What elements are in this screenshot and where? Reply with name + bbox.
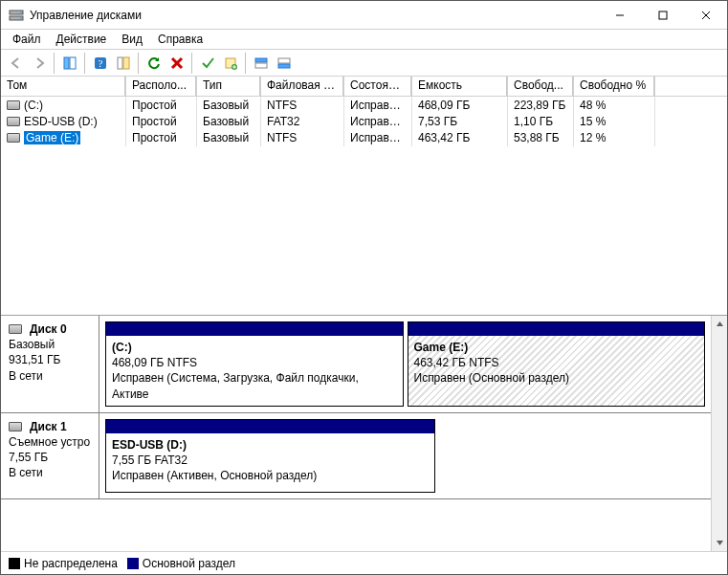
forward-button[interactable] — [28, 53, 50, 74]
app-icon — [9, 8, 24, 23]
disk-label[interactable]: Диск 0Базовый931,51 ГБВ сети — [1, 316, 99, 412]
toolbar: ? — [1, 50, 727, 77]
col-status[interactable]: Состояние — [344, 77, 412, 96]
partitions: (C:)468,09 ГБ NTFSИсправен (Система, Заг… — [99, 316, 711, 412]
volume-row[interactable]: (C:)ПростойБазовыйNTFSИсправен...468,09 … — [1, 97, 727, 113]
legend-unallocated: Не распределена — [9, 557, 118, 570]
show-hide-button[interactable] — [58, 53, 80, 74]
volume-list-header: Том Располо... Тип Файловая с... Состоян… — [1, 77, 727, 97]
partition-bar — [408, 322, 705, 336]
scroll-down-button[interactable] — [712, 535, 727, 551]
col-capacity[interactable]: Емкость — [412, 77, 508, 96]
col-type[interactable]: Тип — [197, 77, 261, 96]
svg-point-2 — [20, 11, 22, 13]
title-bar: Управление дисками — [1, 1, 727, 30]
disk-row: Диск 0Базовый931,51 ГБВ сети(C:)468,09 Г… — [1, 316, 711, 413]
col-layout[interactable]: Располо... — [126, 77, 197, 96]
volume-row[interactable]: ESD-USB (D:)ПростойБазовыйFAT32Исправен.… — [1, 113, 727, 129]
list-bottom-button[interactable] — [273, 53, 295, 74]
svg-rect-20 — [255, 58, 267, 62]
separator — [245, 53, 246, 74]
scroll-up-button[interactable] — [712, 316, 727, 332]
separator — [191, 53, 192, 74]
new-button[interactable] — [219, 53, 241, 74]
partition[interactable]: Game (E:)463,42 ГБ NTFSИсправен (Основно… — [408, 321, 706, 407]
check-button[interactable] — [196, 53, 218, 74]
svg-rect-12 — [118, 57, 122, 69]
partitions: ESD-USB (D:)7,55 ГБ FAT32Исправен (Актив… — [99, 413, 711, 498]
disk-management-window: Управление дисками Файл Действие Вид Спр… — [0, 0, 728, 575]
partition-bar — [106, 420, 434, 433]
delete-button[interactable] — [165, 53, 188, 74]
close-button[interactable] — [684, 1, 727, 29]
help-button[interactable]: ? — [89, 53, 111, 74]
disk-label[interactable]: Диск 1Съемное устро7,55 ГБВ сети — [1, 413, 99, 498]
col-free[interactable]: Свобод... — [508, 77, 574, 96]
menu-file[interactable]: Файл — [5, 31, 49, 48]
vertical-scrollbar[interactable] — [711, 316, 727, 551]
col-freepct[interactable]: Свободно % — [574, 77, 655, 96]
drive-icon — [7, 133, 20, 143]
legend-primary: Основной раздел — [127, 557, 235, 570]
menu-bar: Файл Действие Вид Справка — [1, 30, 727, 50]
swatch-black — [9, 558, 20, 569]
svg-rect-23 — [278, 64, 290, 68]
col-volume[interactable]: Том — [1, 77, 126, 96]
drive-icon — [7, 117, 20, 126]
svg-rect-21 — [255, 63, 267, 68]
menu-view[interactable]: Вид — [114, 31, 150, 48]
partition[interactable]: (C:)468,09 ГБ NTFSИсправен (Система, Заг… — [105, 321, 404, 407]
maximize-button[interactable] — [641, 1, 684, 29]
partition[interactable]: ESD-USB (D:)7,55 ГБ FAT32Исправен (Актив… — [105, 419, 435, 493]
list-top-button[interactable] — [250, 53, 272, 74]
svg-rect-5 — [659, 11, 667, 19]
back-button[interactable] — [5, 53, 27, 74]
menu-action[interactable]: Действие — [49, 31, 115, 48]
volume-list[interactable]: Том Располо... Тип Файловая с... Состоян… — [1, 77, 727, 316]
refresh-button[interactable] — [143, 53, 165, 74]
menu-help[interactable]: Справка — [150, 31, 210, 48]
disk-icon — [9, 324, 22, 334]
legend: Не распределена Основной раздел — [1, 551, 727, 574]
settings-view-button[interactable] — [112, 53, 134, 74]
partition-bar — [106, 322, 403, 336]
volume-row[interactable]: Game (E:)ПростойБазовыйNTFSИсправен...46… — [1, 129, 727, 145]
col-fs[interactable]: Файловая с... — [261, 77, 344, 96]
svg-rect-22 — [278, 58, 290, 63]
minimize-button[interactable] — [598, 1, 641, 29]
separator — [138, 53, 139, 74]
svg-rect-9 — [70, 57, 76, 69]
swatch-navy — [127, 558, 139, 569]
separator — [84, 53, 85, 74]
svg-rect-8 — [64, 57, 69, 69]
disk-row: Диск 1Съемное устро7,55 ГБВ сетиESD-USB … — [1, 413, 711, 499]
svg-point-3 — [20, 17, 22, 19]
svg-rect-13 — [123, 57, 129, 69]
drive-icon — [7, 100, 20, 110]
disk-icon — [9, 422, 22, 431]
window-title: Управление дисками — [30, 9, 598, 22]
graphical-view: Диск 0Базовый931,51 ГБВ сети(C:)468,09 Г… — [1, 316, 727, 551]
svg-text:?: ? — [98, 57, 102, 69]
separator — [54, 53, 55, 74]
